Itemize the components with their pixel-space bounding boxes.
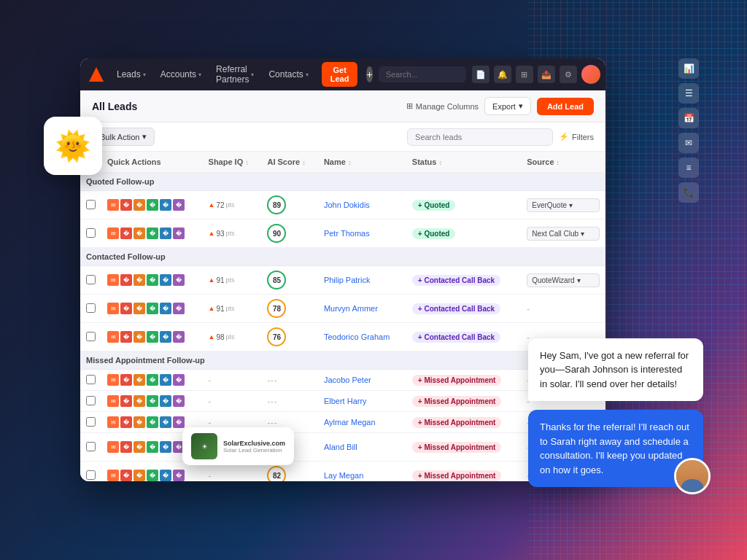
qa-icon-5[interactable]: �	[173, 274, 185, 286]
row-checkbox[interactable]	[86, 275, 96, 284]
get-lead-button[interactable]: Get Lead	[322, 62, 358, 87]
sidebar-icon-calendar[interactable]: 📅	[678, 108, 699, 128]
qa-icon-5[interactable]: �	[173, 228, 185, 239]
qa-icon-0[interactable]: ✉	[107, 395, 119, 407]
lead-name[interactable]: Elbert Harry	[324, 397, 367, 405]
qa-icon-5[interactable]: �	[173, 199, 185, 211]
lead-name[interactable]: Philip Patrick	[324, 276, 371, 284]
qa-icon-1[interactable]: �	[120, 303, 132, 314]
qa-icon-4[interactable]: �	[160, 274, 171, 286]
qa-icon-0[interactable]: ✉	[107, 274, 119, 286]
nav-grid-icon[interactable]: ⊞	[516, 66, 533, 83]
qa-icon-2[interactable]: �	[133, 303, 145, 314]
source-dropdown[interactable]: Next Call Club ▾	[527, 227, 600, 241]
qa-icon-4[interactable]: �	[160, 199, 171, 211]
qa-icon-2[interactable]: �	[133, 416, 145, 428]
qa-icon-4[interactable]: �	[160, 303, 171, 314]
qa-icon-2[interactable]: �	[133, 331, 145, 343]
filters-button[interactable]: ⚡ Filters	[559, 132, 594, 141]
row-checkbox[interactable]	[86, 442, 96, 451]
qa-icon-3[interactable]: �	[147, 303, 158, 314]
qa-icon-3[interactable]: �	[147, 374, 158, 386]
qa-icon-1[interactable]: �	[120, 470, 132, 481]
source-dropdown[interactable]: EverQuote ▾	[527, 198, 600, 212]
qa-icon-4[interactable]: �	[160, 374, 171, 386]
sidebar-icon-phone[interactable]: 📞	[678, 182, 699, 203]
row-checkbox[interactable]	[86, 470, 96, 480]
user-avatar[interactable]	[581, 65, 600, 84]
lead-name[interactable]: Murvyn Ammer	[324, 304, 378, 313]
leads-search-input[interactable]	[407, 128, 553, 146]
row-checkbox[interactable]	[86, 303, 96, 313]
nav-referral-partners[interactable]: Referral Partners ▾	[212, 61, 258, 88]
row-checkbox[interactable]	[86, 200, 96, 209]
qa-icon-4[interactable]: �	[160, 395, 171, 407]
sidebar-icon-menu[interactable]: ≡	[678, 158, 699, 178]
qa-icon-1[interactable]: �	[120, 395, 132, 407]
lead-name[interactable]: Aland Bill	[324, 443, 357, 451]
qa-icon-4[interactable]: �	[160, 228, 171, 239]
export-button[interactable]: Export ▾	[484, 97, 531, 115]
nav-search-input[interactable]	[379, 66, 466, 82]
qa-icon-3[interactable]: �	[147, 416, 158, 428]
qa-icon-4[interactable]: �	[160, 470, 171, 481]
sidebar-icon-mail[interactable]: ✉	[678, 133, 699, 153]
add-button[interactable]: +	[366, 66, 372, 82]
qa-icon-1[interactable]: �	[120, 331, 132, 343]
lead-name[interactable]: Aylmar Megan	[324, 418, 376, 427]
lead-name[interactable]: Lay Megan	[324, 471, 363, 480]
qa-icon-3[interactable]: �	[147, 228, 158, 239]
nav-accounts[interactable]: Accounts ▾	[156, 66, 206, 82]
qa-icon-3[interactable]: �	[147, 395, 158, 407]
qa-icon-0[interactable]: ✉	[107, 228, 119, 239]
qa-icon-1[interactable]: �	[120, 228, 132, 239]
qa-icon-5[interactable]: �	[173, 374, 185, 386]
qa-icon-2[interactable]: �	[133, 470, 145, 481]
nav-contacts[interactable]: Contacts ▾	[264, 66, 312, 82]
lead-name[interactable]: Petr Thomas	[324, 229, 370, 238]
qa-icon-1[interactable]: �	[120, 199, 132, 211]
qa-icon-0[interactable]: ✉	[107, 441, 119, 453]
row-checkbox[interactable]	[86, 332, 96, 341]
row-checkbox[interactable]	[86, 228, 96, 238]
nav-upload-icon[interactable]: 📤	[538, 66, 555, 83]
nav-doc-icon[interactable]: 📄	[472, 66, 489, 83]
nav-leads[interactable]: Leads ▾	[112, 66, 150, 82]
qa-icon-1[interactable]: �	[120, 274, 132, 286]
row-checkbox[interactable]	[86, 396, 96, 405]
qa-icon-0[interactable]: ✉	[107, 416, 119, 428]
qa-icon-2[interactable]: �	[133, 274, 145, 286]
sidebar-icon-bar[interactable]: 📊	[678, 58, 699, 79]
qa-icon-4[interactable]: �	[160, 441, 171, 453]
nav-bell-icon[interactable]: 🔔	[494, 66, 511, 83]
qa-icon-1[interactable]: �	[120, 416, 132, 428]
qa-icon-5[interactable]: �	[173, 331, 185, 343]
qa-icon-5[interactable]: �	[173, 416, 185, 428]
qa-icon-3[interactable]: �	[147, 470, 158, 481]
qa-icon-3[interactable]: �	[147, 199, 158, 211]
row-checkbox[interactable]	[86, 417, 96, 427]
qa-icon-0[interactable]: ✉	[107, 374, 119, 386]
qa-icon-5[interactable]: �	[173, 470, 185, 481]
row-checkbox[interactable]	[86, 375, 96, 384]
qa-icon-2[interactable]: �	[133, 374, 145, 386]
qa-icon-3[interactable]: �	[147, 274, 158, 286]
qa-icon-4[interactable]: �	[160, 416, 171, 428]
qa-icon-2[interactable]: �	[133, 228, 145, 239]
qa-icon-4[interactable]: �	[160, 331, 171, 343]
manage-columns-button[interactable]: ⊞ Manage Columns	[406, 101, 479, 111]
qa-icon-5[interactable]: �	[173, 395, 185, 407]
source-dropdown[interactable]: QuoteWizard ▾	[527, 273, 600, 287]
qa-icon-1[interactable]: �	[120, 441, 132, 453]
qa-icon-0[interactable]: ✉	[107, 199, 119, 211]
qa-icon-5[interactable]: �	[173, 303, 185, 314]
nav-settings-icon[interactable]: ⚙	[560, 66, 577, 83]
qa-icon-3[interactable]: �	[147, 331, 158, 343]
add-lead-button[interactable]: Add Lead	[537, 98, 594, 115]
qa-icon-0[interactable]: ✉	[107, 303, 119, 314]
qa-icon-3[interactable]: �	[147, 441, 158, 453]
qa-icon-2[interactable]: �	[133, 441, 145, 453]
qa-icon-1[interactable]: �	[120, 374, 132, 386]
qa-icon-0[interactable]: ✉	[107, 470, 119, 481]
qa-icon-2[interactable]: �	[133, 395, 145, 407]
